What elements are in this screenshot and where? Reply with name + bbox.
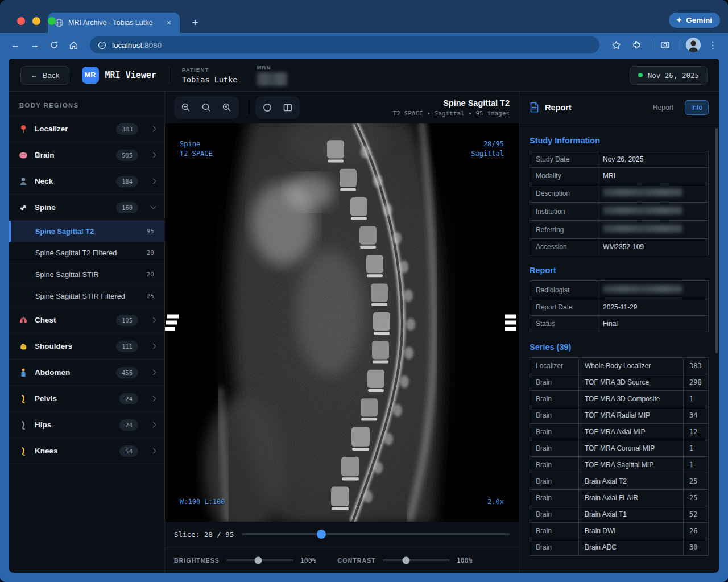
overlay-slice-info: 28/95 Sagittal — [471, 139, 504, 159]
brightness-label: BRIGHTNESS — [174, 557, 220, 564]
contrast-value: 100% — [457, 556, 473, 564]
new-tab-button[interactable]: + — [188, 16, 202, 29]
next-slice-grip[interactable] — [505, 315, 516, 331]
tab-close-icon[interactable]: × — [164, 18, 174, 28]
sidebar-series-spine-sagittal-stir[interactable]: Spine Sagittal STIR20 — [9, 264, 164, 286]
sidebar-region-spine[interactable]: Spine160 — [9, 195, 164, 221]
patient-label: PATIENT — [182, 67, 238, 73]
forward-icon[interactable]: → — [26, 36, 43, 53]
fullscreen-window-button[interactable] — [48, 17, 56, 25]
mri-image-stage[interactable]: Spine T2 SPACE 28/95 Sagittal W:100 L:10… — [165, 123, 519, 522]
sidebar-region-brain[interactable]: Brain505 — [9, 142, 164, 168]
series-row[interactable]: BrainTOF MRA Axial MIP12 — [530, 424, 709, 440]
sidebar-series-spine-sagittal-stir-filtered[interactable]: Spine Sagittal STIR Filtered25 — [9, 286, 164, 307]
series-region: Brain — [530, 424, 579, 440]
row-value: Nov 26, 2025 — [597, 151, 709, 168]
sidebar-region-localizer[interactable]: Localizer383 — [9, 116, 164, 142]
mri-sagittal-spine-image — [165, 123, 519, 522]
row-value: MRI — [597, 168, 709, 184]
series-row[interactable]: BrainTOF MRA 3D Source298 — [530, 374, 709, 391]
panel-scrollbar[interactable] — [715, 128, 718, 353]
reload-icon[interactable] — [46, 36, 63, 53]
sidebar-region-pelvis[interactable]: Pelvis24 — [9, 386, 164, 412]
series-name: Brain Axial FLAIR — [579, 490, 684, 506]
chevron-right-icon — [151, 179, 156, 184]
contrast-slider-thumb[interactable] — [402, 556, 410, 564]
minimize-window-button[interactable] — [32, 17, 40, 25]
header-divider — [169, 67, 169, 84]
row-label: Accession — [530, 239, 597, 255]
contrast-slider[interactable] — [383, 559, 450, 561]
zoom-in-button[interactable] — [217, 98, 237, 117]
profile-avatar[interactable] — [686, 38, 701, 52]
brightness-slider-thumb[interactable] — [255, 556, 262, 564]
extensions-puzzle-icon[interactable] — [628, 36, 645, 53]
series-label: Spine Sagittal T2 Filtered — [35, 249, 117, 257]
brightness-slider[interactable] — [226, 559, 293, 561]
tab-info[interactable]: Info — [685, 100, 709, 115]
sidebar-region-abdomen[interactable]: Abdomen456 — [9, 360, 164, 386]
back-button[interactable]: ← Back — [20, 66, 69, 85]
slice-control-row: Slice: 28 / 95 — [165, 522, 519, 547]
tab-search-icon[interactable] — [657, 36, 674, 53]
series-row[interactable]: BrainTOF MRA Radial MIP34 — [530, 407, 709, 424]
report-panel-header: Report Report Info — [519, 92, 719, 123]
viewer-toolbar: Spine Sagittal T2 T2 SPACE • Sagittal • … — [165, 92, 519, 123]
sidebar-region-knees[interactable]: Knees54 — [9, 438, 164, 464]
region-count-badge: 105 — [116, 315, 138, 326]
series-name: Brain DWI — [579, 523, 684, 539]
series-row[interactable]: BrainBrain Axial FLAIR25 — [530, 490, 709, 506]
series-row[interactable]: BrainTOF MRA 3D Composite1 — [530, 391, 709, 407]
close-window-button[interactable] — [17, 17, 25, 25]
back-icon[interactable]: ← — [7, 36, 24, 53]
series-row[interactable]: BrainBrain Axial T225 — [530, 473, 709, 490]
series-subtitle: T2 SPACE • Sagittal • 95 images — [393, 110, 510, 117]
report-document-icon — [530, 102, 539, 113]
region-label: Chest — [35, 316, 56, 324]
sidebar-region-neck[interactable]: Neck184 — [9, 168, 164, 195]
sidebar-series-spine-sagittal-t2[interactable]: Spine Sagittal T295 — [9, 221, 164, 242]
sidebar-region-hips[interactable]: Hips24 — [9, 412, 164, 438]
slice-label: Slice: 28 / 95 — [174, 530, 234, 539]
region-count-badge: 24 — [119, 419, 138, 431]
panel-body[interactable]: Study Information Study DateNov 26, 2025… — [519, 123, 719, 573]
gemini-sparkle-icon: ✦ — [676, 16, 682, 24]
slice-slider-thumb[interactable] — [317, 530, 326, 539]
browser-tab[interactable]: MRI Archive - Tobias Lutke × — [48, 13, 180, 33]
study-info-heading: Study Information — [530, 136, 709, 145]
bookmark-star-icon[interactable] — [607, 36, 624, 53]
series-row[interactable]: LocalizerWhole Body Localizer383 — [530, 358, 709, 374]
gemini-label: Gemini — [686, 16, 712, 24]
split-layout-button[interactable] — [278, 98, 297, 117]
sidebar-heading: BODY REGIONS — [9, 92, 164, 116]
zoom-reset-button[interactable] — [197, 98, 216, 117]
zoom-out-button[interactable] — [176, 98, 196, 117]
home-icon[interactable] — [65, 36, 82, 53]
mrn-label: MRN — [257, 64, 287, 71]
gemini-button[interactable]: ✦ Gemini — [669, 13, 720, 28]
series-count: 12 — [684, 424, 709, 440]
series-row[interactable]: BrainBrain DWI26 — [530, 523, 709, 539]
tab-report[interactable]: Report — [647, 101, 679, 114]
sidebar-series-spine-sagittal-t2-filtered[interactable]: Spine Sagittal T2 Filtered20 — [9, 242, 164, 264]
redacted-value — [603, 207, 682, 214]
back-arrow-icon: ← — [30, 71, 38, 80]
series-row[interactable]: BrainTOF MRA Sagittal MIP1 — [530, 457, 709, 473]
slice-slider[interactable] — [242, 533, 510, 535]
chevron-down-icon — [151, 204, 156, 209]
url-text[interactable]: localhost:8080 — [112, 41, 162, 49]
series-row[interactable]: BrainTOF MRA Coronal MIP1 — [530, 440, 709, 457]
site-info-icon[interactable] — [98, 41, 106, 49]
browser-menu-kebab-icon[interactable]: ⋮ — [704, 36, 721, 53]
circle-tool-button[interactable] — [258, 98, 277, 117]
sidebar-region-shoulders[interactable]: Shoulders111 — [9, 333, 164, 360]
sidebar-region-chest[interactable]: Chest105 — [9, 307, 164, 333]
row-label: Description — [530, 184, 597, 203]
series-row[interactable]: BrainBrain ADC30 — [530, 539, 709, 556]
prev-slice-grip[interactable] — [167, 315, 179, 331]
url-bar[interactable]: localhost:8080 — [90, 36, 599, 53]
bone-icon — [18, 203, 28, 213]
series-heading: Series (39) — [530, 342, 709, 352]
series-row[interactable]: BrainBrain Axial T152 — [530, 506, 709, 523]
region-count-badge: 160 — [116, 202, 138, 213]
